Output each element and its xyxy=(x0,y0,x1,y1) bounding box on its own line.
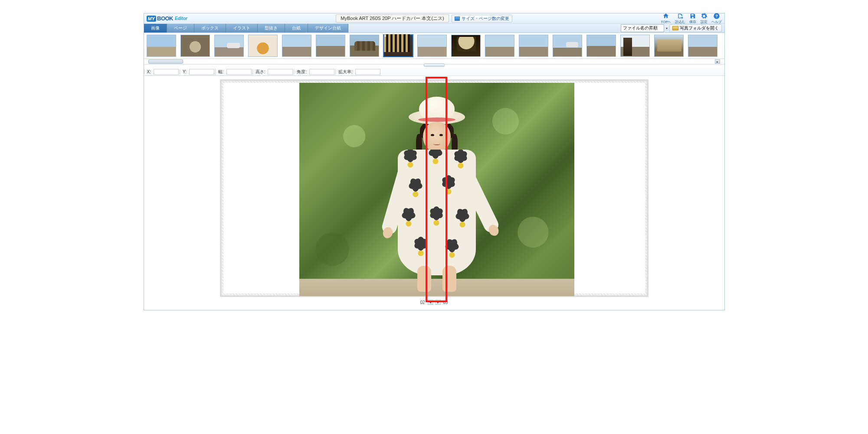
thumbnail[interactable] xyxy=(180,35,210,57)
prop-x-input[interactable] xyxy=(154,69,179,75)
page-spread[interactable]: 02 ◂ ▸ 03 xyxy=(220,79,649,297)
prop-y-label: Y: xyxy=(180,69,189,74)
scrollbar-thumb[interactable] xyxy=(148,59,183,64)
top-home-button[interactable]: TOPへ xyxy=(661,13,671,24)
prop-zoom-input[interactable] xyxy=(355,69,380,75)
prop-angle-label: 角度: xyxy=(294,69,309,75)
titlebar: MY BOOK Editor MyBook ART 260S 20P ハードカバ… xyxy=(144,13,724,24)
save-button[interactable]: 保存 xyxy=(689,13,697,24)
folder-icon xyxy=(672,26,678,30)
open-folder-button[interactable]: 写真フォルダを開く xyxy=(669,24,722,32)
help-button[interactable]: ? ヘルプ xyxy=(711,13,722,24)
thumbnail[interactable] xyxy=(553,35,582,57)
spine-highlight xyxy=(426,77,447,302)
thumbnail-strip[interactable] xyxy=(144,33,724,59)
tab-mats[interactable]: 台紙 xyxy=(285,24,308,33)
gear-icon xyxy=(700,13,708,20)
thumbnail[interactable] xyxy=(147,35,176,57)
prop-height-label: 高さ: xyxy=(252,69,268,75)
thumbnail[interactable] xyxy=(485,35,514,57)
import-icon xyxy=(676,13,684,20)
asset-tabs: 画像 ページ ボックス イラスト 型抜き 台紙 デザイン台紙 xyxy=(144,24,348,33)
tab-illustrations[interactable]: イラスト xyxy=(226,24,258,33)
top-actions: TOPへ 読込む 保存 設定 ? ヘルプ xyxy=(661,13,721,24)
logo-editor: Editor xyxy=(175,16,187,21)
tab-boxes[interactable]: ボックス xyxy=(194,24,226,33)
thumbnail[interactable] xyxy=(248,35,278,57)
home-icon xyxy=(662,13,670,20)
thumbnail[interactable] xyxy=(350,35,379,57)
prop-y-input[interactable] xyxy=(189,69,214,75)
prop-width-label: 幅: xyxy=(215,69,226,75)
logo-my: MY xyxy=(147,16,157,22)
thumbnail[interactable] xyxy=(519,35,548,57)
save-icon xyxy=(689,13,697,20)
thumbnail[interactable] xyxy=(214,35,244,57)
thumbnail[interactable] xyxy=(316,35,345,57)
thumbnail[interactable] xyxy=(586,35,616,57)
chevron-down-icon: ▾ xyxy=(666,26,668,30)
document-title: MyBook ART 260S 20P ハードカバー 本文(ニス) xyxy=(336,14,449,23)
tab-pages[interactable]: ページ xyxy=(167,24,194,33)
change-size-button[interactable]: サイズ・ページ数の変更 xyxy=(452,15,512,23)
thumbnail[interactable] xyxy=(620,35,650,57)
logo-book: BOOK xyxy=(157,15,173,22)
thumbnail[interactable] xyxy=(688,35,717,57)
thumbnail[interactable] xyxy=(282,35,311,57)
canvas-area[interactable]: 02 ◂ ▸ 03 xyxy=(144,76,724,310)
prop-x-label: X: xyxy=(144,69,154,74)
strip-collapse-handle[interactable] xyxy=(424,63,445,67)
prop-width-input[interactable] xyxy=(226,69,252,75)
thumbnail[interactable] xyxy=(417,35,447,57)
import-button[interactable]: 読込む xyxy=(675,13,685,24)
settings-button[interactable]: 設定 xyxy=(700,13,708,24)
thumbnail[interactable] xyxy=(451,35,481,57)
thumbnail[interactable] xyxy=(654,35,684,57)
properties-bar: X: Y: 幅: 高さ: 角度: 拡大率: xyxy=(144,68,724,76)
help-icon: ? xyxy=(713,13,721,20)
tab-images[interactable]: 画像 xyxy=(144,24,167,33)
prop-angle-input[interactable] xyxy=(309,69,334,75)
prop-zoom-label: 拡大率: xyxy=(335,69,355,75)
app-logo: MY BOOK Editor xyxy=(147,15,187,22)
sort-select[interactable]: ファイル名の昇順 xyxy=(621,24,664,32)
tab-design-mats[interactable]: デザイン台紙 xyxy=(308,24,348,33)
svg-text:?: ? xyxy=(715,14,718,18)
thumbnail-selected[interactable] xyxy=(383,35,413,57)
change-size-label: サイズ・ページ数の変更 xyxy=(462,16,509,22)
scroll-right-icon[interactable]: ▸ xyxy=(715,59,720,64)
pages-icon xyxy=(455,16,460,21)
page-left-number: 02 xyxy=(420,300,425,305)
tab-cutouts[interactable]: 型抜き xyxy=(258,24,285,33)
prop-height-input[interactable] xyxy=(268,69,293,75)
app-window: MY BOOK Editor MyBook ART 260S 20P ハードカバ… xyxy=(144,13,725,310)
asset-tabs-row: 画像 ページ ボックス イラスト 型抜き 台紙 デザイン台紙 ファイル名の昇順 … xyxy=(144,24,724,33)
